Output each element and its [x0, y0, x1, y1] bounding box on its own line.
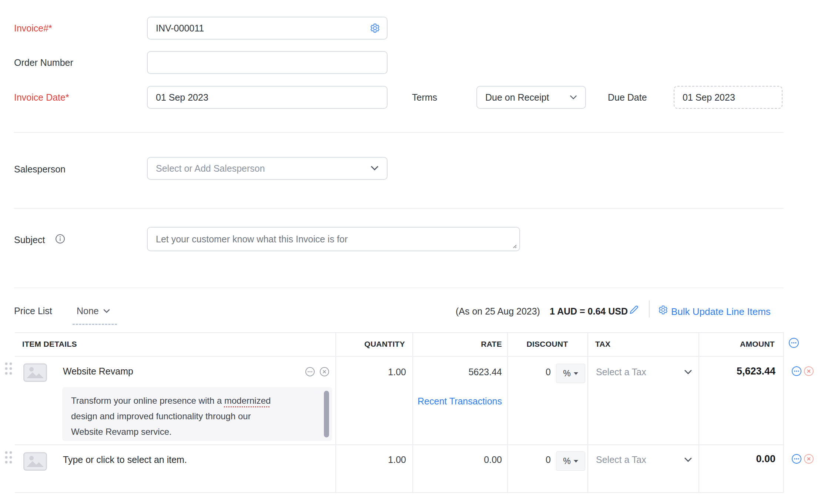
- caret-down-icon: [574, 460, 578, 463]
- order-number-field[interactable]: [147, 51, 388, 74]
- bulk-update-gear-icon[interactable]: [658, 305, 668, 315]
- item-options-ellipsis-icon[interactable]: [305, 367, 315, 377]
- row-delete-close-icon[interactable]: [804, 454, 814, 464]
- due-date-label: Due Date: [608, 92, 647, 103]
- column-divider: [587, 332, 588, 493]
- rate-input[interactable]: 0.00: [412, 454, 502, 465]
- item-description-field[interactable]: Transform your online presence with a mo…: [62, 387, 332, 441]
- subject-field[interactable]: Let your customer know what this Invoice…: [147, 227, 520, 251]
- recent-transactions-link[interactable]: Recent Transactions: [412, 396, 507, 407]
- due-date-field[interactable]: 01 Sep 2023: [674, 86, 783, 109]
- header-amount: AMOUNT: [698, 340, 775, 349]
- due-date-value: 01 Sep 2023: [683, 92, 735, 103]
- header-tax: TAX: [595, 340, 610, 349]
- order-number-input[interactable]: [148, 52, 387, 73]
- drag-handle[interactable]: [4, 361, 13, 376]
- salesperson-placeholder: Select or Add Salesperson: [156, 163, 265, 174]
- table-border: [15, 492, 784, 493]
- section-divider: [14, 132, 784, 133]
- table-options-ellipsis-icon[interactable]: [788, 337, 799, 348]
- vertical-divider: [649, 300, 650, 317]
- subject-label: Subject: [14, 235, 45, 245]
- description-scrollbar[interactable]: [324, 391, 329, 437]
- row-delete-close-icon[interactable]: [804, 366, 814, 376]
- row-options-ellipsis-icon[interactable]: [791, 454, 802, 464]
- discount-unit-button[interactable]: %: [556, 364, 585, 383]
- table-border: [15, 332, 784, 333]
- salesperson-label: Salesperson: [14, 164, 66, 175]
- order-number-label: Order Number: [14, 57, 73, 68]
- invoice-number-field[interactable]: [147, 17, 388, 40]
- percent-label: %: [563, 369, 570, 379]
- tax-select[interactable]: Select a Tax: [596, 367, 646, 377]
- salesperson-select[interactable]: Select or Add Salesperson: [147, 157, 388, 180]
- terms-select[interactable]: Due on Receipt: [476, 86, 586, 109]
- invoice-date-field[interactable]: [147, 86, 388, 109]
- invoice-number-label: Invoice#*: [14, 23, 52, 34]
- column-divider: [698, 332, 699, 493]
- item-image-placeholder-icon[interactable]: [23, 452, 47, 471]
- table-border: [15, 444, 784, 445]
- item-clear-close-icon[interactable]: [319, 367, 329, 377]
- info-icon[interactable]: [55, 233, 66, 244]
- chevron-down-icon[interactable]: [684, 370, 692, 375]
- exchange-rate-value: 1 AUD = 0.64 USD: [550, 306, 628, 317]
- column-divider: [412, 332, 413, 493]
- column-divider: [507, 332, 508, 493]
- subject-placeholder: Let your customer know what this Invoice…: [156, 234, 348, 245]
- invoice-number-input[interactable]: [148, 17, 387, 39]
- quantity-input[interactable]: 1.00: [335, 367, 406, 377]
- resize-handle[interactable]: [512, 243, 517, 249]
- column-divider: [335, 332, 336, 493]
- invoice-date-label: Invoice Date*: [14, 92, 69, 103]
- caret-down-icon: [574, 372, 578, 375]
- chevron-down-icon[interactable]: [684, 457, 692, 463]
- amount-value: 0.00: [698, 453, 775, 465]
- item-name[interactable]: Website Revamp: [63, 366, 133, 377]
- bulk-update-link[interactable]: Bulk Update Line Items: [671, 306, 771, 317]
- table-border: [15, 356, 784, 357]
- item-select-placeholder[interactable]: Type or click to select an item.: [63, 454, 187, 465]
- new-invoice-form: Invoice#* Order Number Invoice Date* Ter…: [0, 0, 821, 504]
- invoice-settings-gear-icon[interactable]: [370, 23, 380, 33]
- row-options-ellipsis-icon[interactable]: [791, 366, 802, 376]
- terms-value: Due on Receipt: [485, 92, 549, 103]
- exchange-rate-note: (As on 25 Aug 2023): [456, 306, 540, 317]
- item-image-placeholder-icon[interactable]: [23, 363, 47, 382]
- chevron-down-icon: [103, 309, 110, 313]
- quantity-input[interactable]: 1.00: [335, 454, 406, 465]
- tax-select[interactable]: Select a Tax: [596, 454, 646, 465]
- header-item-details: ITEM DETAILS: [22, 340, 77, 349]
- section-divider: [14, 288, 784, 288]
- discount-input[interactable]: 0: [507, 454, 551, 465]
- percent-label: %: [563, 456, 570, 466]
- section-divider: [14, 208, 784, 209]
- terms-label: Terms: [412, 92, 437, 103]
- column-divider: [783, 332, 784, 493]
- amount-value: 5,623.44: [698, 366, 775, 377]
- price-list-label: Price List: [14, 306, 52, 316]
- discount-input[interactable]: 0: [507, 367, 551, 377]
- rate-input[interactable]: 5623.44: [412, 367, 502, 377]
- chevron-down-icon: [371, 166, 379, 171]
- header-rate: RATE: [412, 340, 502, 349]
- edit-pencil-icon[interactable]: [629, 305, 639, 315]
- chevron-down-icon: [570, 95, 577, 100]
- drag-handle[interactable]: [4, 450, 13, 465]
- discount-unit-button[interactable]: %: [556, 451, 585, 471]
- header-quantity: QUANTITY: [335, 340, 405, 349]
- price-list-dashed-underline: [73, 314, 117, 325]
- header-discount: DISCOUNT: [507, 340, 587, 349]
- misspelled-word: modernized: [224, 396, 271, 406]
- item-description-text: Transform your online presence with a mo…: [71, 393, 311, 440]
- invoice-date-input[interactable]: [148, 87, 387, 108]
